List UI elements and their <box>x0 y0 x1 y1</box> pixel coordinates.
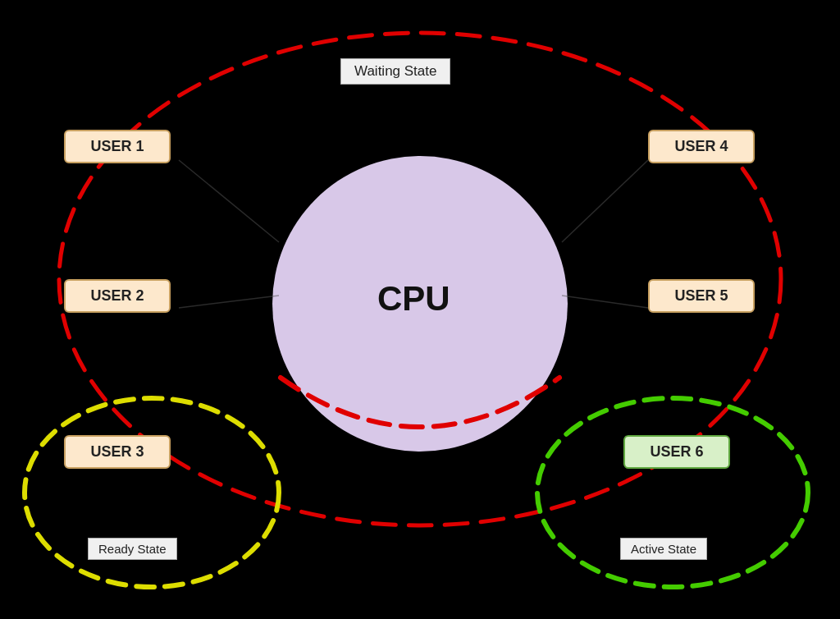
user5-box: USER 5 <box>648 279 755 313</box>
arrow-user2 <box>179 296 279 308</box>
cpu-label: CPU <box>377 279 450 319</box>
arrow-user4 <box>562 160 648 242</box>
user3-box: USER 3 <box>64 435 171 469</box>
user6-box: USER 6 <box>623 435 730 469</box>
user4-box: USER 4 <box>648 130 755 163</box>
diagram-canvas: CPU Waiting State USER 1 USER 2 USER 3 U… <box>0 0 840 619</box>
arrow-user5 <box>562 296 648 308</box>
user2-box: USER 2 <box>64 279 171 313</box>
waiting-state-label: Waiting State <box>340 58 450 85</box>
ready-state-label: Ready State <box>88 538 177 560</box>
arrow-user1 <box>179 160 279 242</box>
active-state-label: Active State <box>620 538 707 560</box>
user1-box: USER 1 <box>64 130 171 163</box>
